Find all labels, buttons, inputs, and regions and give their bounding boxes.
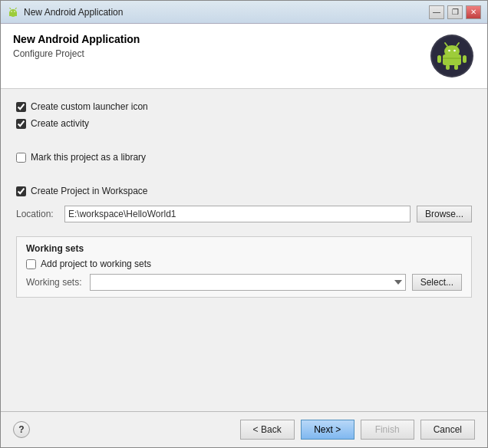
working-sets-group: Working sets Add project to working sets… [16, 236, 472, 298]
create-workspace-label[interactable]: Create Project in Workspace [31, 186, 148, 196]
help-button[interactable]: ? [13, 421, 30, 438]
restore-button[interactable]: ❐ [447, 5, 463, 19]
custom-launcher-label[interactable]: Create custom launcher icon [31, 101, 148, 112]
dialog-subtitle: Configure Project [13, 48, 140, 59]
minimize-button[interactable]: — [429, 5, 444, 19]
create-activity-checkbox[interactable] [16, 119, 26, 129]
create-activity-label[interactable]: Create activity [31, 118, 89, 129]
create-workspace-row: Create Project in Workspace [16, 186, 472, 196]
select-button[interactable]: Select... [412, 274, 462, 291]
header-panel: New Android Application Configure Projec… [1, 24, 487, 89]
footer-buttons: < Back Next > Finish Cancel [240, 420, 475, 440]
svg-line-5 [15, 8, 17, 9]
close-button[interactable]: ✕ [466, 5, 481, 19]
location-input[interactable] [64, 206, 411, 222]
content-area: Create custom launcher icon Create activ… [1, 89, 487, 411]
svg-rect-1 [9, 12, 17, 16]
mark-library-checkbox[interactable] [16, 153, 26, 163]
window-icon [7, 6, 19, 18]
window-title: New Android Application [24, 7, 429, 18]
location-row: Location: Browse... [16, 206, 472, 222]
cancel-button[interactable]: Cancel [420, 420, 475, 440]
custom-launcher-checkbox[interactable] [16, 102, 26, 112]
location-label: Location: [16, 209, 58, 219]
android-logo [429, 33, 475, 79]
working-sets-input-row: Working sets: Select... [26, 274, 462, 291]
svg-line-4 [10, 8, 12, 9]
add-working-sets-checkbox[interactable] [26, 259, 36, 269]
working-sets-title: Working sets [26, 243, 462, 254]
add-working-sets-label[interactable]: Add project to working sets [41, 259, 151, 269]
finish-button[interactable]: Finish [361, 420, 414, 440]
working-sets-label: Working sets: [26, 277, 84, 288]
svg-rect-15 [463, 55, 467, 63]
back-button[interactable]: < Back [240, 420, 295, 440]
svg-point-11 [453, 50, 456, 52]
header-text: New Android Application Configure Projec… [13, 33, 140, 59]
mark-library-row: Mark this project as a library [16, 152, 472, 163]
window-controls: — ❐ ✕ [429, 5, 481, 19]
custom-launcher-row: Create custom launcher icon [16, 101, 472, 112]
main-window: New Android Application — ❐ ✕ New Androi… [0, 0, 488, 448]
title-bar: New Android Application — ❐ ✕ [1, 1, 487, 24]
browse-button[interactable]: Browse... [417, 206, 472, 222]
add-working-sets-row: Add project to working sets [26, 259, 462, 269]
svg-rect-17 [454, 64, 458, 70]
svg-rect-14 [437, 55, 441, 63]
svg-point-3 [14, 11, 15, 12]
svg-point-2 [11, 11, 12, 12]
svg-rect-16 [446, 64, 450, 70]
footer-left: ? [13, 421, 30, 438]
mark-library-label[interactable]: Mark this project as a library [31, 152, 146, 163]
svg-point-10 [448, 50, 450, 52]
dialog-title: New Android Application [13, 33, 140, 45]
working-sets-select[interactable] [90, 274, 406, 291]
create-workspace-checkbox[interactable] [16, 186, 26, 196]
svg-point-9 [444, 45, 460, 58]
next-button[interactable]: Next > [301, 420, 354, 440]
footer: ? < Back Next > Finish Cancel [1, 411, 487, 447]
create-activity-row: Create activity [16, 118, 472, 129]
